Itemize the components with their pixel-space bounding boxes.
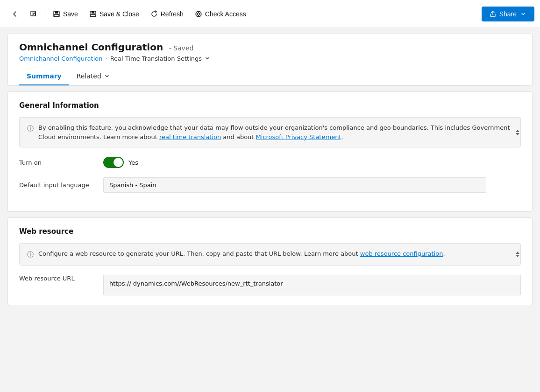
back-icon — [11, 10, 19, 18]
web-resource-banner: ⓘ Configure a web resource to generate y… — [19, 243, 521, 266]
svg-rect-3 — [54, 14, 59, 16]
info-icon: ⓘ — [27, 124, 34, 133]
turn-on-row: Turn on Yes — [19, 157, 521, 168]
saved-status: - Saved — [169, 44, 194, 52]
scroll-up-arrow[interactable] — [516, 130, 519, 132]
url-label: Web resource URL — [19, 275, 94, 282]
tab-summary[interactable]: Summary — [19, 68, 69, 85]
toggle-label: Yes — [128, 159, 138, 166]
real-time-translation-link[interactable]: real time translation — [159, 133, 221, 140]
info-banner-text: By enabling this feature, you acknowledg… — [38, 123, 513, 141]
header-card: Omnichannel Configuration - Saved Omnich… — [7, 34, 533, 86]
general-info-title: General Information — [19, 101, 521, 110]
save-icon — [53, 10, 60, 18]
tabs-bar: Summary Related — [19, 68, 521, 85]
privacy-statement-link[interactable]: Microsoft Privacy Statement — [256, 133, 341, 140]
new-tab-icon — [30, 10, 37, 18]
info-scrollbar[interactable] — [515, 118, 520, 147]
breadcrumb: Omnichannel Configuration · Real Time Tr… — [19, 55, 521, 62]
web-resource-banner-text: Configure a web resource to generate you… — [38, 249, 445, 259]
turn-on-toggle[interactable] — [103, 157, 124, 168]
share-label: Share — [499, 10, 517, 18]
web-resource-card: Web resource ⓘ Configure a web resource … — [7, 217, 533, 305]
refresh-icon — [150, 10, 158, 18]
save-close-button[interactable]: Save & Close — [84, 7, 145, 21]
tab-related-chevron-icon — [103, 72, 111, 80]
main-content: Omnichannel Configuration - Saved Omnich… — [0, 28, 540, 311]
toolbar-divider — [45, 7, 45, 21]
header-title-row: Omnichannel Configuration - Saved — [19, 42, 521, 53]
tab-related[interactable]: Related — [69, 68, 118, 85]
breadcrumb-current[interactable]: Real Time Translation Settings — [110, 55, 211, 62]
breadcrumb-separator: · — [105, 55, 107, 62]
web-resource-title: Web resource — [19, 227, 521, 236]
back-button[interactable] — [6, 7, 24, 21]
save-close-label: Save & Close — [99, 10, 139, 18]
web-resource-scroll-down[interactable] — [516, 255, 519, 257]
toolbar: Save Save & Close Refresh — [0, 0, 540, 28]
save-close-icon — [89, 10, 97, 18]
refresh-button[interactable]: Refresh — [145, 7, 189, 21]
breadcrumb-parent[interactable]: Omnichannel Configuration — [19, 55, 102, 62]
tab-related-label: Related — [77, 72, 101, 80]
url-text: https:// dynamics.com//WebResources/new_… — [109, 280, 283, 287]
web-resource-info-icon: ⓘ — [27, 250, 34, 259]
new-tab-button[interactable] — [24, 7, 43, 21]
save-button[interactable]: Save — [47, 7, 84, 21]
svg-rect-2 — [55, 11, 58, 14]
save-label: Save — [63, 10, 78, 18]
toggle-knob — [114, 158, 123, 167]
web-resource-config-link[interactable]: web resource configuration — [360, 250, 443, 257]
scroll-down-arrow[interactable] — [516, 133, 519, 135]
general-info-card: General Information ⓘ By enabling this f… — [7, 91, 533, 212]
share-chevron-icon — [519, 10, 527, 18]
share-icon — [489, 10, 497, 18]
check-access-icon — [195, 10, 202, 18]
turn-on-value: Yes — [103, 157, 521, 168]
check-access-button[interactable]: Check Access — [189, 7, 252, 21]
default-language-row: Default input language Spanish - Spain — [19, 177, 521, 193]
breadcrumb-current-label: Real Time Translation Settings — [110, 55, 202, 62]
svg-rect-0 — [31, 11, 36, 16]
turn-on-label: Turn on — [19, 159, 94, 166]
default-language-input[interactable]: Spanish - Spain — [103, 177, 486, 193]
refresh-label: Refresh — [161, 10, 184, 18]
url-row: Web resource URL https:// dynamics.com//… — [19, 275, 521, 295]
toggle-container: Yes — [103, 157, 521, 168]
svg-rect-6 — [91, 14, 95, 16]
web-resource-scroll-up[interactable] — [516, 252, 519, 254]
svg-point-8 — [197, 13, 199, 15]
page-title: Omnichannel Configuration — [19, 42, 163, 53]
breadcrumb-chevron-icon — [204, 55, 211, 62]
general-info-banner: ⓘ By enabling this feature, you acknowle… — [19, 117, 521, 147]
share-button[interactable]: Share — [482, 7, 534, 21]
url-value[interactable]: https:// dynamics.com//WebResources/new_… — [103, 275, 521, 295]
web-resource-scrollbar[interactable] — [515, 244, 520, 265]
default-language-label: Default input language — [19, 182, 94, 189]
tab-summary-label: Summary — [27, 72, 62, 80]
check-access-label: Check Access — [205, 10, 246, 18]
